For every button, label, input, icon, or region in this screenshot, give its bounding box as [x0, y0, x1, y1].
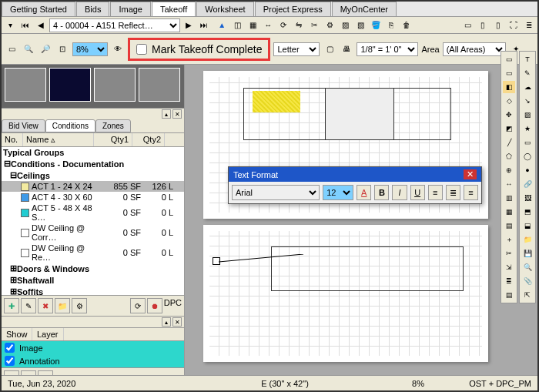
- expand-icon[interactable]: ⊞: [9, 263, 17, 273]
- bucket-icon[interactable]: 🪣: [369, 18, 383, 32]
- fit-icon[interactable]: ⊡: [55, 42, 69, 56]
- hatch-tool-icon[interactable]: ▤: [503, 219, 515, 232]
- tab-image[interactable]: Image: [110, 2, 151, 16]
- add-point-icon[interactable]: ＋: [503, 233, 515, 246]
- expand-icon[interactable]: ⊞: [9, 275, 17, 285]
- crop-icon[interactable]: ✂: [307, 18, 321, 32]
- group-ceilings[interactable]: ⊟Ceilings: [2, 169, 184, 181]
- table-row[interactable]: ACT 5 - 48 X 48 S…0 SF0 L: [2, 203, 184, 223]
- group-doors[interactable]: ⊞Doors & Windows: [2, 263, 184, 274]
- layers-icon[interactable]: ≣: [522, 18, 536, 32]
- highlight-tool-icon[interactable]: ▨: [521, 109, 534, 121]
- line-tool-icon[interactable]: ╱: [503, 136, 515, 149]
- italic-icon[interactable]: I: [392, 185, 407, 200]
- mpoly-tool-icon[interactable]: ⬠: [503, 150, 515, 162]
- circle-tool-icon[interactable]: ◯: [521, 150, 534, 162]
- table-row[interactable]: ACT 4 - 30 X 600 SF0 L: [2, 192, 184, 203]
- thumb-2[interactable]: [49, 68, 91, 102]
- text-tool-icon[interactable]: T: [521, 53, 534, 65]
- export-tool-icon[interactable]: ⇱: [521, 289, 534, 301]
- zoomfit-icon[interactable]: ⛶: [507, 18, 521, 32]
- collapse-icon[interactable]: ⊟: [9, 170, 17, 180]
- pan-tool-icon[interactable]: ✥: [503, 109, 515, 121]
- dim-tool-icon[interactable]: ↔: [503, 178, 515, 190]
- col-qty1[interactable]: Qty1: [94, 133, 132, 146]
- trim-icon[interactable]: ✂: [503, 247, 515, 260]
- align-left-icon[interactable]: ≡: [428, 185, 443, 200]
- layout3-icon[interactable]: ▯: [491, 18, 505, 32]
- align-center-icon[interactable]: ≣: [446, 185, 460, 200]
- dpc-stop-icon[interactable]: ⏺: [147, 298, 162, 313]
- shape-rect-icon[interactable]: ▢: [323, 42, 336, 56]
- zoom-in-icon[interactable]: 🔍: [22, 42, 35, 56]
- col-no[interactable]: No.: [2, 133, 23, 146]
- eye-icon[interactable]: 👁: [111, 42, 125, 56]
- table-row[interactable]: DW Ceiling @ Re…0 SF0 L: [2, 243, 184, 263]
- last-page-icon[interactable]: ⏭: [197, 18, 211, 32]
- table-row[interactable]: ACT 1 - 24 X 24855 SF126 L: [2, 181, 184, 192]
- next-page-icon[interactable]: ▶: [182, 18, 196, 32]
- subtab-zones[interactable]: Zones: [95, 119, 131, 132]
- view-tool-icon[interactable]: ▭: [503, 67, 515, 79]
- cloud-tool-icon[interactable]: ☁: [521, 81, 534, 93]
- align-right-icon[interactable]: ≡: [464, 185, 478, 200]
- print-icon[interactable]: 🖶: [340, 42, 353, 56]
- fill-icon[interactable]: ▨: [338, 18, 352, 32]
- panel-collapse-icon[interactable]: ▴: [162, 317, 171, 327]
- poly-tool-icon[interactable]: ◇: [503, 95, 515, 107]
- add-icon[interactable]: ✚: [4, 298, 19, 313]
- expand-icon[interactable]: ⊞: [9, 286, 17, 295]
- first-page-icon[interactable]: ⏮: [18, 18, 32, 32]
- flip-icon[interactable]: ⇋: [292, 18, 306, 32]
- group-conditions-doc[interactable]: ⊟Conditions - Documentation: [2, 158, 184, 169]
- delete-icon[interactable]: ✖: [38, 298, 53, 313]
- layer-show-checkbox[interactable]: [5, 356, 15, 366]
- copy-icon[interactable]: ⎘: [384, 18, 398, 32]
- font-color-icon[interactable]: A: [357, 185, 371, 200]
- tab-project-express[interactable]: Project Express: [255, 2, 331, 16]
- grid-icon[interactable]: ▦: [246, 18, 259, 32]
- clip-tool-icon[interactable]: 📎: [521, 275, 534, 287]
- prev-page-icon[interactable]: ◀: [34, 18, 48, 32]
- wall-tool-icon[interactable]: ▥: [503, 192, 515, 204]
- panel-close-icon[interactable]: ✕: [172, 109, 182, 119]
- edit-icon[interactable]: ✎: [21, 298, 36, 313]
- note-tool-icon[interactable]: ✎: [521, 67, 534, 79]
- tab-myoncenter[interactable]: MyOnCenter: [332, 2, 397, 16]
- bold-icon[interactable]: B: [374, 185, 389, 200]
- group-soffits[interactable]: ⊞Soffits: [2, 286, 184, 295]
- refresh-icon[interactable]: ⟳: [130, 298, 146, 313]
- layer-show-checkbox[interactable]: [5, 343, 15, 353]
- info-tool-icon[interactable]: ◩: [503, 122, 515, 135]
- underline-icon[interactable]: U: [410, 185, 425, 200]
- shape-tool-icon[interactable]: ◧: [503, 81, 515, 93]
- thumb-4[interactable]: [139, 68, 180, 102]
- scale-dropdown[interactable]: 1/8" = 1' 0": [357, 42, 418, 56]
- misc1-tool-icon[interactable]: ⬒: [521, 206, 534, 218]
- table-row[interactable]: DW Ceiling @ Corr…0 SF0 L: [2, 223, 184, 243]
- col-show[interactable]: Show: [2, 328, 32, 340]
- tab-takeoff[interactable]: Takeoff: [152, 2, 196, 16]
- link-tool-icon[interactable]: 🔗: [521, 178, 534, 190]
- rect-tool-icon[interactable]: ▭: [521, 136, 534, 149]
- save-tool-icon[interactable]: 💾: [521, 247, 534, 260]
- subtab-conditions[interactable]: Conditions: [45, 119, 95, 132]
- folder-tool-icon[interactable]: 📁: [521, 233, 534, 246]
- marker-tool-icon[interactable]: ●: [521, 164, 534, 176]
- layer-row-image[interactable]: Image: [2, 341, 184, 354]
- zoom-dropdown[interactable]: 8%: [72, 42, 108, 56]
- tab-getting-started[interactable]: Getting Started: [2, 2, 75, 16]
- props-icon[interactable]: ⚙: [72, 298, 87, 313]
- thumb-3[interactable]: [94, 68, 136, 102]
- layer-row-annotation[interactable]: Annotation: [2, 354, 184, 367]
- select-icon[interactable]: ◫: [230, 18, 244, 32]
- ceiling-tool-icon[interactable]: ▦: [503, 206, 515, 218]
- paper-dropdown[interactable]: Letter: [273, 42, 320, 56]
- offset-icon[interactable]: ⇲: [503, 261, 515, 273]
- rotate-icon[interactable]: ⟳: [276, 18, 290, 32]
- font-dropdown[interactable]: Arial: [232, 185, 320, 200]
- layers2-tool-icon[interactable]: ▤: [503, 289, 515, 301]
- collapse-icon[interactable]: ⊟: [3, 159, 11, 169]
- count-tool-icon[interactable]: ⊕: [503, 164, 515, 176]
- close-icon[interactable]: ✕: [464, 169, 477, 179]
